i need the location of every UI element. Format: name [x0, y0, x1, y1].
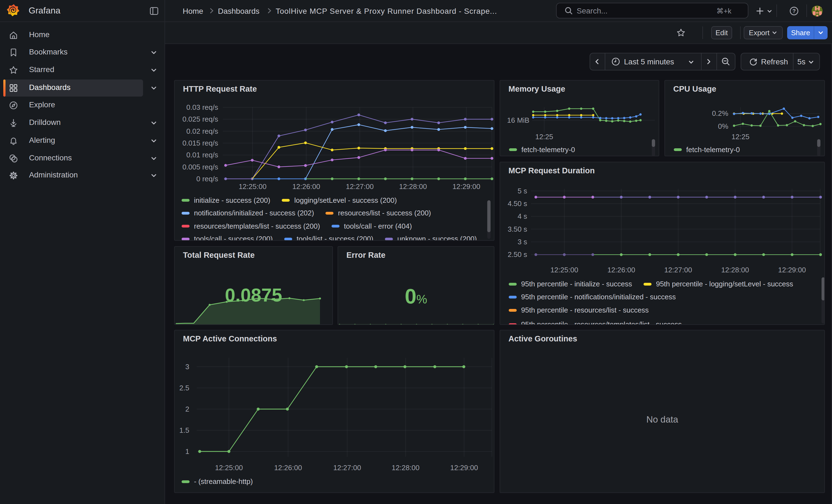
svg-text:0.03 req/s: 0.03 req/s — [186, 103, 218, 111]
svg-text:16 MiB: 16 MiB — [507, 116, 529, 124]
svg-text:3: 3 — [185, 363, 189, 371]
svg-text:3.50 s: 3.50 s — [508, 225, 527, 233]
svg-text:12:29:00: 12:29:00 — [778, 266, 806, 274]
svg-text:4 s: 4 s — [518, 212, 527, 220]
svg-text:12:25: 12:25 — [732, 133, 750, 141]
svg-text:12:25:00: 12:25:00 — [215, 463, 243, 472]
svg-text:12:27:00: 12:27:00 — [664, 266, 692, 274]
svg-text:12:26:00: 12:26:00 — [274, 463, 302, 472]
svg-text:0.02 req/s: 0.02 req/s — [186, 127, 218, 135]
svg-text:0 req/s: 0 req/s — [197, 175, 218, 183]
svg-text:0.2%: 0.2% — [712, 109, 728, 117]
svg-text:12:27:00: 12:27:00 — [346, 182, 374, 191]
svg-text:?: ? — [792, 8, 796, 14]
svg-text:4.50 s: 4.50 s — [508, 200, 527, 208]
svg-text:2.50 s: 2.50 s — [508, 250, 527, 259]
svg-text:1.5: 1.5 — [179, 426, 189, 434]
svg-text:3 s: 3 s — [518, 238, 527, 246]
svg-text:12:28:00: 12:28:00 — [399, 182, 427, 191]
svg-text:0.01 req/s: 0.01 req/s — [186, 151, 218, 159]
svg-text:5 s: 5 s — [518, 187, 527, 195]
svg-text:12:26:00: 12:26:00 — [292, 182, 320, 191]
svg-text:12:27:00: 12:27:00 — [333, 463, 361, 472]
svg-text:12:25:00: 12:25:00 — [238, 182, 266, 191]
svg-text:12:28:00: 12:28:00 — [392, 463, 420, 472]
svg-text:1: 1 — [185, 447, 189, 456]
svg-text:2.5: 2.5 — [179, 384, 189, 392]
svg-text:2: 2 — [185, 405, 189, 413]
svg-text:0.025 req/s: 0.025 req/s — [182, 115, 218, 123]
svg-text:12:29:00: 12:29:00 — [450, 463, 478, 472]
svg-text:12:26:00: 12:26:00 — [607, 266, 635, 274]
svg-text:12:25: 12:25 — [535, 133, 553, 141]
svg-text:0%: 0% — [718, 122, 728, 130]
svg-text:12:29:00: 12:29:00 — [452, 182, 480, 191]
svg-text:0.005 req/s: 0.005 req/s — [182, 163, 218, 171]
svg-text:0.015 req/s: 0.015 req/s — [182, 139, 218, 147]
svg-text:12:25:00: 12:25:00 — [550, 266, 578, 274]
svg-text:12:28:00: 12:28:00 — [721, 266, 749, 274]
